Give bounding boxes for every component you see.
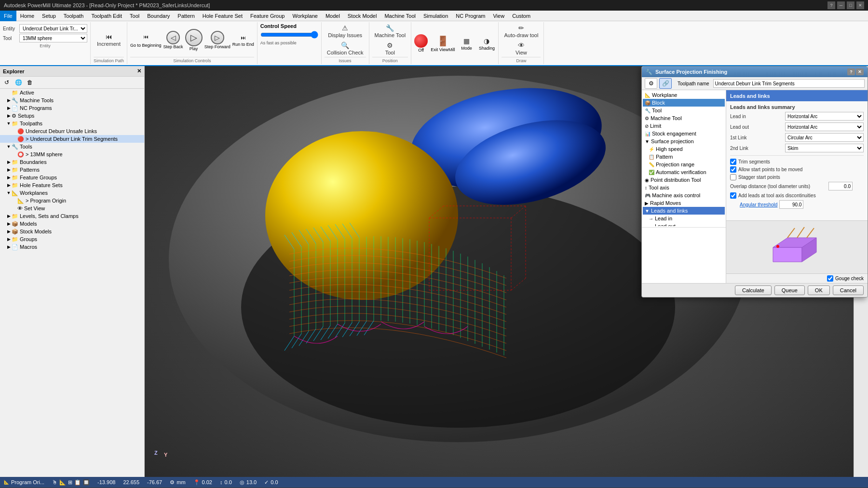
tool-dropdown[interactable]: 13MM sphere: [19, 34, 87, 42]
tree-item-toolpaths[interactable]: ▼ 📁 Toolpaths: [0, 120, 144, 127]
play-btn[interactable]: ▷: [185, 29, 203, 46]
menu-model[interactable]: Model: [322, 11, 344, 21]
angular-threshold-link[interactable]: Angular threshold: [740, 202, 777, 207]
tree-item-models[interactable]: ▶ 📦 Models: [0, 220, 144, 228]
menu-boundary[interactable]: Boundary: [143, 11, 174, 21]
dt-limit[interactable]: ⊘ Limit: [643, 122, 725, 130]
menu-file[interactable]: File: [0, 11, 16, 21]
view-btn[interactable]: 👁 View: [513, 41, 530, 57]
tree-item-tools[interactable]: ▼ 🔧 Tools: [0, 143, 144, 150]
dt-pattern[interactable]: 📋 Pattern: [643, 153, 725, 161]
display-issues-btn[interactable]: ⚠ Display Issues: [326, 23, 365, 40]
dt-rapid-moves[interactable]: ▶ Rapid Moves: [643, 199, 725, 207]
maximize-btn[interactable]: □: [847, 1, 854, 9]
dt-machine-tool[interactable]: ⚙ Machine Tool: [643, 114, 725, 122]
dt-machine-axis-control[interactable]: 🎮 Machine axis control: [643, 191, 725, 199]
calculate-btn[interactable]: Calculate: [735, 285, 772, 295]
second-link-select[interactable]: Skim: [785, 144, 864, 152]
explorer-globe-btn[interactable]: 🌐: [14, 78, 23, 87]
dt-projection-range[interactable]: 📏 Projection range: [643, 161, 725, 168]
run-to-end-btn[interactable]: ⏭: [234, 33, 252, 42]
collision-check-btn[interactable]: 🔍 Collision Check: [325, 41, 366, 57]
tree-item-workplanes[interactable]: ▼ 📐 Workplanes: [0, 189, 144, 197]
increment-btn[interactable]: ⏮ Increment: [95, 32, 123, 48]
menu-machine-tool[interactable]: Machine Tool: [380, 11, 420, 21]
explorer-refresh-btn[interactable]: ↺: [2, 78, 12, 87]
dialog-help-btn[interactable]: ?: [847, 68, 855, 75]
dt-automatic-verification[interactable]: ✅ Automatic verification: [643, 168, 725, 176]
dt-high-speed[interactable]: ⚡ High speed: [643, 145, 725, 153]
step-back-btn[interactable]: ◁: [166, 31, 180, 44]
tool-btn[interactable]: ⚙ Tool: [381, 41, 399, 57]
menu-setup[interactable]: Setup: [38, 11, 60, 21]
tree-item-boundaries[interactable]: ▶ 📁 Boundaries: [0, 158, 144, 166]
dt-surface-projection[interactable]: ▼ Surface projection: [643, 137, 725, 145]
dt-tool-axis[interactable]: ↕ Tool axis: [643, 184, 725, 191]
shading-btn[interactable]: ◑: [478, 36, 495, 46]
close-btn[interactable]: ✕: [856, 1, 864, 9]
tree-item-active[interactable]: 📁 Active: [0, 89, 144, 96]
dt-tool[interactable]: 🔧 Tool: [643, 107, 725, 114]
tree-item-levels-sets[interactable]: ▶ 📁 Levels, Sets and Clamps: [0, 212, 144, 220]
go-to-beginning-btn[interactable]: ⏮: [137, 32, 154, 41]
entity-dropdown[interactable]: Undercut Deburr Link Tr...: [19, 24, 87, 33]
toolpath-name-input[interactable]: Undercut Deburr Link Trim Segments: [713, 79, 865, 88]
dt-point-distribution[interactable]: ◉ Point distribution Tool: [643, 176, 725, 184]
workspace-item[interactable]: 📐 Program Ori...: [4, 479, 44, 485]
help-btn[interactable]: ?: [827, 1, 835, 9]
speed-slider[interactable]: [260, 31, 318, 39]
menu-nc-program[interactable]: NC Program: [452, 11, 489, 21]
menu-toolpath[interactable]: Toolpath: [60, 11, 88, 21]
tree-item-trim-segments[interactable]: 🔴 > Undercut Deburr Link Trim Segments: [0, 135, 144, 143]
tree-item-patterns[interactable]: ▶ 📁 Patterns: [0, 166, 144, 174]
first-link-select[interactable]: Circular Arc: [785, 133, 864, 142]
tree-item-unsafe-links[interactable]: 🔴 Undercut Deburr Unsafe Links: [0, 127, 144, 135]
auto-draw-tool-btn[interactable]: ✏ Auto-draw tool: [502, 23, 541, 40]
dialog-icon-toolpath[interactable]: 🔗: [659, 78, 672, 89]
dt-block[interactable]: 📦 Block: [643, 99, 725, 107]
gouge-check-checkbox[interactable]: [827, 275, 833, 282]
tree-item-groups[interactable]: ▶ 📁 Groups: [0, 235, 144, 243]
menu-hole-feature-set[interactable]: Hole Feature Set: [199, 11, 246, 21]
tree-item-13mm-sphere[interactable]: ⭕ > 13MM sphere: [0, 150, 144, 158]
tree-item-program-origin[interactable]: 📐 > Program Origin: [0, 197, 144, 204]
menu-feature-group[interactable]: Feature Group: [246, 11, 289, 21]
allow-start-points-checkbox[interactable]: [730, 166, 736, 173]
menu-stock-model[interactable]: Stock Model: [344, 11, 381, 21]
dialog-close-btn[interactable]: ✕: [856, 68, 864, 75]
lead-out-select[interactable]: Horizontal Arc: [785, 122, 864, 131]
tree-item-feature-groups[interactable]: ▶ 📁 Feature Groups: [0, 174, 144, 181]
explorer-close-btn[interactable]: ✕: [137, 68, 141, 74]
tree-item-machine-tools[interactable]: ▶ 🔧 Machine Tools: [0, 96, 144, 104]
tree-item-hole-feature-sets[interactable]: ▶ 📁 Hole Feature Sets: [0, 181, 144, 189]
step-forward-btn[interactable]: ▷: [211, 31, 224, 44]
explorer-delete-btn[interactable]: 🗑: [25, 78, 35, 87]
dt-lead-in[interactable]: → Lead in: [643, 215, 725, 222]
menu-home[interactable]: Home: [16, 11, 38, 21]
menu-tool[interactable]: Tool: [126, 11, 143, 21]
add-leads-checkbox[interactable]: [730, 192, 736, 199]
tree-item-stock-models[interactable]: ▶ 📦 Stock Models: [0, 228, 144, 235]
trim-segments-checkbox[interactable]: [730, 159, 736, 165]
off-btn[interactable]: [414, 34, 428, 48]
menu-pattern[interactable]: Pattern: [174, 11, 198, 21]
tree-item-set-view[interactable]: 👁 Set View: [0, 204, 144, 212]
menu-simulation[interactable]: Simulation: [420, 11, 452, 21]
menu-custom[interactable]: Custom: [508, 11, 534, 21]
tree-item-setups[interactable]: ▶ ⚙ Setups: [0, 112, 144, 120]
dt-lead-out[interactable]: → Lead out: [643, 222, 725, 226]
tree-item-nc-programs[interactable]: ▶ 📄 NC Programs: [0, 104, 144, 112]
lead-in-select[interactable]: Horizontal Arc: [785, 112, 864, 121]
menu-toolpath-edit[interactable]: Toolpath Edit: [87, 11, 126, 21]
dt-stock-engagement[interactable]: 📊 Stock engagement: [643, 130, 725, 137]
viewport[interactable]: Z Y 🔧 Surface Projection Finishing ? ✕ ⚙…: [145, 66, 868, 477]
minimize-btn[interactable]: ─: [837, 1, 845, 9]
stagger-start-points-checkbox[interactable]: [730, 174, 736, 180]
exit-viewmill-btn[interactable]: 🚪: [434, 35, 451, 47]
dt-workplane[interactable]: 📐 Workplane: [643, 91, 725, 99]
menu-view[interactable]: View: [489, 11, 508, 21]
dialog-icon-general[interactable]: ⚙: [645, 78, 657, 89]
cancel-btn[interactable]: Cancel: [833, 285, 864, 295]
machine-tool-btn[interactable]: 🔧 Machine Tool: [372, 23, 408, 40]
ok-btn[interactable]: OK: [808, 285, 830, 295]
